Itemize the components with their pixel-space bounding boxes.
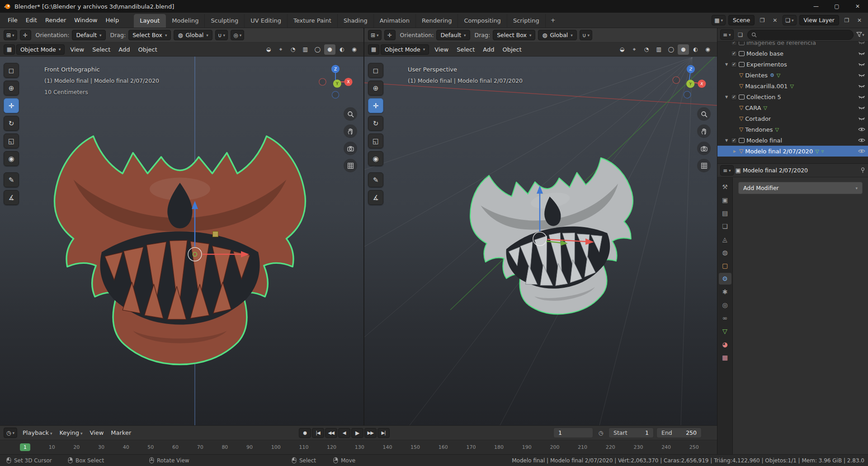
- scale[interactable]: ◱: [4, 133, 19, 148]
- drag-dropdown[interactable]: Select Box▾: [128, 30, 171, 40]
- editor-type-button[interactable]: ⊞▾: [368, 30, 382, 40]
- menu-item[interactable]: File: [4, 15, 22, 25]
- shading-wireframe[interactable]: ◯: [665, 44, 677, 55]
- active-tool-icon[interactable]: ✛: [20, 30, 31, 40]
- menu-item[interactable]: Help: [102, 15, 123, 25]
- shading-rendered[interactable]: ◉: [702, 44, 713, 55]
- gizmos-toggle[interactable]: ⌖: [275, 44, 287, 55]
- outliner-row[interactable]: ✓ ▽ Tendones ⚙ ▽ ▿: [717, 124, 868, 135]
- workspace-tab[interactable]: Layout: [134, 14, 166, 28]
- shading-wireframe[interactable]: ◯: [312, 44, 323, 55]
- visibility-eye-icon[interactable]: [858, 149, 865, 153]
- workspace-tab[interactable]: Sculpting: [205, 14, 245, 28]
- material[interactable]: ◕: [719, 338, 731, 350]
- camera-view-button[interactable]: [697, 142, 711, 155]
- record[interactable]: ●: [299, 428, 311, 438]
- physics[interactable]: ◎: [719, 299, 731, 311]
- outliner-row[interactable]: ✓ ▽ Experimentos ⚙ ▽ ▿: [717, 59, 868, 70]
- minimize-button[interactable]: —: [806, 0, 826, 13]
- shading-rendered[interactable]: ◉: [349, 44, 360, 55]
- scene-copy-button[interactable]: ❐: [757, 15, 767, 25]
- visibility-eye-icon[interactable]: [858, 51, 865, 56]
- transform[interactable]: ◉: [4, 151, 19, 166]
- collection-checkbox[interactable]: ✓: [731, 42, 737, 46]
- menu-item[interactable]: Window: [70, 15, 101, 25]
- transform[interactable]: ◉: [368, 151, 383, 166]
- preview-range-icon[interactable]: ◷: [596, 428, 606, 438]
- outliner-row[interactable]: ✓ ▽ Modelo base ⚙ ▽ ▿: [717, 48, 868, 59]
- view-layer[interactable]: ❏: [719, 220, 731, 232]
- visibility-eye-icon[interactable]: [858, 127, 865, 132]
- mode-dropdown[interactable]: Object Mode▾: [16, 44, 65, 55]
- cursor[interactable]: ⊕: [368, 81, 383, 95]
- viewlayer-browse-button[interactable]: ❏▾: [783, 15, 796, 25]
- measure[interactable]: ∡: [4, 190, 19, 205]
- tool[interactable]: ⚒: [719, 181, 731, 193]
- outliner-row[interactable]: ✓ ▽ Modelo final ⚙ ▽ ▿: [717, 135, 868, 146]
- object-visibility[interactable]: ◒: [617, 44, 628, 55]
- viewport-editor-icon[interactable]: ▦: [4, 44, 15, 55]
- play-reverse[interactable]: ◀: [338, 428, 350, 438]
- annotate[interactable]: ✎: [368, 172, 383, 187]
- gizmos-toggle[interactable]: ⌖: [629, 44, 640, 55]
- viewport-menu-item[interactable]: Select: [453, 44, 479, 55]
- particles[interactable]: ✱: [719, 286, 731, 298]
- scene[interactable]: ◬: [719, 233, 731, 245]
- proportional-edit-button[interactable]: ◎▾: [231, 30, 244, 40]
- scene-name-field[interactable]: Scene: [728, 15, 755, 25]
- viewlayer-unlink-button[interactable]: ✕: [854, 15, 864, 25]
- add-modifier-button[interactable]: Add Modifier ▾: [738, 182, 863, 194]
- xray-toggle[interactable]: ▥: [653, 44, 665, 55]
- toggle-ortho-button[interactable]: [697, 159, 711, 172]
- measure[interactable]: ∡: [368, 190, 383, 205]
- shading-material[interactable]: ◐: [690, 44, 701, 55]
- viewlayer-name-field[interactable]: View Layer: [799, 15, 840, 25]
- close-button[interactable]: ✕: [847, 0, 868, 13]
- workspace-tab[interactable]: Scripting: [507, 14, 546, 28]
- drag-dropdown[interactable]: Select Box▾: [493, 30, 535, 40]
- editor-type-button[interactable]: ⊞▾: [4, 30, 17, 40]
- overlays-toggle[interactable]: ◔: [288, 44, 299, 55]
- outliner-row[interactable]: ✓ ▽ Dientes ⚙ ▽ ▿: [717, 70, 868, 81]
- scene-browse-button[interactable]: ▦▾: [712, 15, 726, 25]
- snap-magnet-button[interactable]: ∪▾: [215, 30, 228, 40]
- constraints[interactable]: ∞: [719, 312, 731, 324]
- add-workspace-button[interactable]: +: [547, 14, 560, 26]
- timeline-menu[interactable]: Playback: [19, 428, 56, 438]
- viewport-menu-item[interactable]: Add: [479, 44, 498, 55]
- rotate[interactable]: ↻: [4, 116, 19, 131]
- outliner-row[interactable]: ✓ ▽ Modelo final 2/07/2020 ⚙ ▽ ▿: [717, 146, 868, 157]
- visibility-eye-icon[interactable]: [858, 42, 865, 45]
- active-tool-icon[interactable]: ✛: [384, 30, 396, 40]
- timeline-menu[interactable]: Marker: [107, 428, 135, 438]
- visibility-eye-icon[interactable]: [858, 73, 865, 77]
- transform-space-dropdown[interactable]: ◍Global▾: [174, 30, 212, 40]
- visibility-eye-icon[interactable]: [858, 105, 865, 110]
- select-box[interactable]: ◻: [368, 63, 383, 78]
- move-gizmo[interactable]: [486, 185, 594, 293]
- expand-arrow-icon[interactable]: [724, 138, 729, 143]
- workspace-tab[interactable]: UV Editing: [245, 14, 288, 28]
- object-data[interactable]: ▽: [719, 325, 731, 337]
- pan-hand-button[interactable]: [697, 124, 711, 138]
- collection-checkbox[interactable]: ✓: [731, 94, 737, 100]
- zoom-button[interactable]: [344, 107, 357, 121]
- outliner-display-mode-button[interactable]: ❏: [736, 29, 745, 40]
- workspace-tab[interactable]: Compositing: [458, 14, 507, 28]
- annotate[interactable]: ✎: [4, 172, 19, 187]
- orientation-dropdown[interactable]: Default▾: [436, 30, 470, 40]
- move-gizmo[interactable]: [141, 200, 249, 309]
- outliner-search-input[interactable]: [747, 30, 854, 40]
- outliner-editor-type-button[interactable]: ≡▾: [720, 29, 734, 40]
- timeline-menu[interactable]: View: [86, 428, 107, 438]
- outliner-row[interactable]: ✓ ▽ Mascarilla.001 ⚙ ▽ ▿: [717, 81, 868, 91]
- current-frame-field[interactable]: 1: [553, 428, 593, 438]
- orientation-dropdown[interactable]: Default▾: [72, 30, 105, 40]
- maximize-button[interactable]: ▢: [826, 0, 847, 13]
- visibility-eye-icon[interactable]: [858, 116, 865, 121]
- visibility-eye-icon[interactable]: [858, 84, 865, 88]
- workspace-tab[interactable]: Animation: [374, 14, 416, 28]
- scale[interactable]: ◱: [368, 133, 383, 148]
- menu-item[interactable]: Edit: [22, 15, 41, 25]
- visibility-eye-icon[interactable]: [858, 138, 865, 143]
